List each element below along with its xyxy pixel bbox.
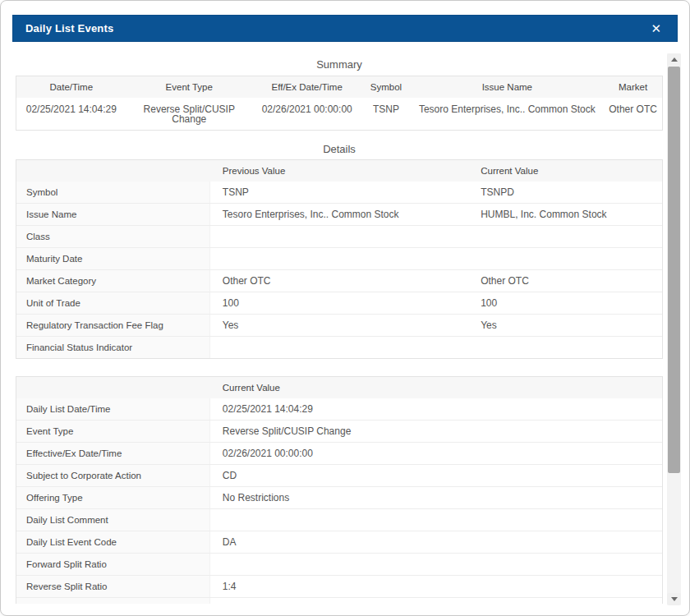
modal-content: Summary Date/TimeEvent TypeEff/Ex Date/T… xyxy=(1,50,678,604)
summary-cell: 02/26/2021 00:00:00 xyxy=(252,98,362,130)
detail-current-value: Yes xyxy=(468,315,662,336)
current-value-column-header: Current Value xyxy=(210,377,662,398)
summary-table: Date/TimeEvent TypeEff/Ex Date/TimeSymbo… xyxy=(16,76,663,131)
detail-field-label: Daily List Date/Time xyxy=(16,398,210,420)
detail-current-value xyxy=(468,337,662,358)
arrow-down-icon xyxy=(671,597,678,601)
detail-current-value: 02/25/2021 14:04:29 xyxy=(210,398,662,420)
summary-header-row: Date/TimeEvent TypeEff/Ex Date/TimeSymbo… xyxy=(16,76,662,98)
detail-field-label: Forward Split Ratio xyxy=(16,554,210,575)
detail-current-value: DA xyxy=(210,531,662,553)
details-row: Offering TypeNo Restrictions xyxy=(16,486,662,508)
details-comparison-table: Previous Value Current Value SymbolTSNPT… xyxy=(16,159,663,359)
detail-field-label: Event Type xyxy=(16,421,210,442)
details-row: SymbolTSNPTSNPD xyxy=(16,182,662,203)
previous-value-column-header: Previous Value xyxy=(210,160,468,182)
detail-field-label: Reverse Split Ratio xyxy=(16,576,210,597)
current-header-row: Current Value xyxy=(16,377,662,398)
detail-previous-value xyxy=(210,226,468,247)
detail-field-label: Financial Status Indicator xyxy=(16,337,210,358)
comparison-table-body: SymbolTSNPTSNPDIssue NameTesoro Enterpri… xyxy=(16,182,662,358)
summary-cell: TSNP xyxy=(361,98,410,130)
summary-cell: Reverse Split/CUSIP Change xyxy=(126,98,252,130)
current-table-body: Daily List Date/Time02/25/2021 14:04:29E… xyxy=(16,398,662,604)
summary-column-header: Eff/Ex Date/Time xyxy=(252,76,362,98)
details-row: Reverse Split Ratio1:4 xyxy=(16,575,662,597)
detail-previous-value xyxy=(210,248,468,269)
detail-field-label: Dividend Type xyxy=(16,598,210,604)
scroll-up-button[interactable] xyxy=(667,53,681,66)
detail-field-label: Issue Name xyxy=(16,204,210,225)
details-section-title: Details xyxy=(16,143,663,156)
daily-list-events-modal: Daily List Events ✕ Summary Date/TimeEve… xyxy=(0,0,690,616)
comparison-header-spacer xyxy=(16,160,210,182)
details-row: Class xyxy=(16,225,662,247)
current-header-spacer xyxy=(16,377,210,398)
detail-previous-value: 100 xyxy=(210,292,468,314)
detail-current-value: 100 xyxy=(468,292,662,314)
summary-table-body: 02/25/2021 14:04:29Reverse Split/CUSIP C… xyxy=(16,98,662,130)
comparison-header-row: Previous Value Current Value xyxy=(16,160,662,182)
summary-column-header: Issue Name xyxy=(410,76,604,98)
detail-current-value: HUMBL, Inc. Common Stock xyxy=(468,204,662,225)
detail-previous-value: Yes xyxy=(210,315,468,336)
details-current-table: Current Value Daily List Date/Time02/25/… xyxy=(16,376,663,604)
summary-section-title: Summary xyxy=(16,58,663,71)
summary-cell: 02/25/2021 14:04:29 xyxy=(16,98,126,130)
arrow-up-icon xyxy=(671,57,678,62)
detail-field-label: Effective/Ex Date/Time xyxy=(16,443,210,464)
details-row: Dividend TypeReverse Split xyxy=(16,597,662,604)
detail-current-value: Reverse Split xyxy=(210,598,662,604)
detail-field-label: Daily List Event Code xyxy=(16,531,210,553)
scroll-down-button[interactable] xyxy=(667,593,681,605)
details-row: Event TypeReverse Split/CUSIP Change xyxy=(16,420,662,442)
summary-column-header: Date/Time xyxy=(16,76,126,98)
detail-current-value: 1:4 xyxy=(210,576,662,597)
detail-field-label: Offering Type xyxy=(16,487,210,508)
detail-current-value: 02/26/2021 00:00:00 xyxy=(210,443,662,464)
details-row: Effective/Ex Date/Time02/26/2021 00:00:0… xyxy=(16,442,662,464)
details-row: Regulatory Transaction Fee FlagYesYes xyxy=(16,314,662,336)
detail-field-label: Maturity Date xyxy=(16,248,210,269)
detail-previous-value xyxy=(210,337,468,358)
details-row: Market CategoryOther OTCOther OTC xyxy=(16,269,662,292)
detail-previous-value: Other OTC xyxy=(210,270,468,292)
modal-header: Daily List Events ✕ xyxy=(12,15,678,42)
current-value-column-header: Current Value xyxy=(468,160,662,182)
detail-field-label: Unit of Trade xyxy=(16,292,210,314)
detail-current-value: Other OTC xyxy=(468,270,662,292)
detail-current-value: CD xyxy=(210,465,662,486)
detail-current-value xyxy=(468,248,662,269)
detail-field-label: Class xyxy=(16,226,210,247)
detail-field-label: Daily List Comment xyxy=(16,509,210,531)
detail-current-value: No Restrictions xyxy=(210,487,662,508)
details-row: Daily List Comment xyxy=(16,508,662,531)
close-icon[interactable]: ✕ xyxy=(647,21,665,36)
summary-cell: Other OTC xyxy=(604,98,662,130)
details-row: Financial Status Indicator xyxy=(16,336,662,358)
vertical-scrollbar[interactable] xyxy=(667,53,681,605)
detail-field-label: Regulatory Transaction Fee Flag xyxy=(16,315,210,336)
detail-current-value: Reverse Split/CUSIP Change xyxy=(210,421,662,442)
details-row: Issue NameTesoro Enterprises, Inc.. Comm… xyxy=(16,203,662,225)
modal-title: Daily List Events xyxy=(25,22,113,34)
detail-previous-value: Tesoro Enterprises, Inc.. Common Stock xyxy=(210,204,468,225)
detail-field-label: Market Category xyxy=(16,270,210,292)
details-row: Daily List Date/Time02/25/2021 14:04:29 xyxy=(16,398,662,420)
summary-column-header: Market xyxy=(604,76,662,98)
summary-cell: Tesoro Enterprises, Inc.. Common Stock xyxy=(410,98,604,130)
detail-current-value: TSNPD xyxy=(468,182,662,203)
detail-current-value xyxy=(210,509,662,531)
details-row: Daily List Event CodeDA xyxy=(16,531,662,553)
details-row: Forward Split Ratio xyxy=(16,553,662,575)
summary-row[interactable]: 02/25/2021 14:04:29Reverse Split/CUSIP C… xyxy=(16,98,662,130)
details-row: Maturity Date xyxy=(16,247,662,269)
summary-column-header: Event Type xyxy=(126,76,252,98)
detail-current-value xyxy=(468,226,662,247)
details-row: Subject to Corporate ActionCD xyxy=(16,464,662,486)
summary-column-header: Symbol xyxy=(361,76,410,98)
details-row: Unit of Trade100100 xyxy=(16,292,662,314)
detail-previous-value: TSNP xyxy=(210,182,468,203)
scrollbar-thumb[interactable] xyxy=(668,67,680,473)
detail-field-label: Subject to Corporate Action xyxy=(16,465,210,486)
